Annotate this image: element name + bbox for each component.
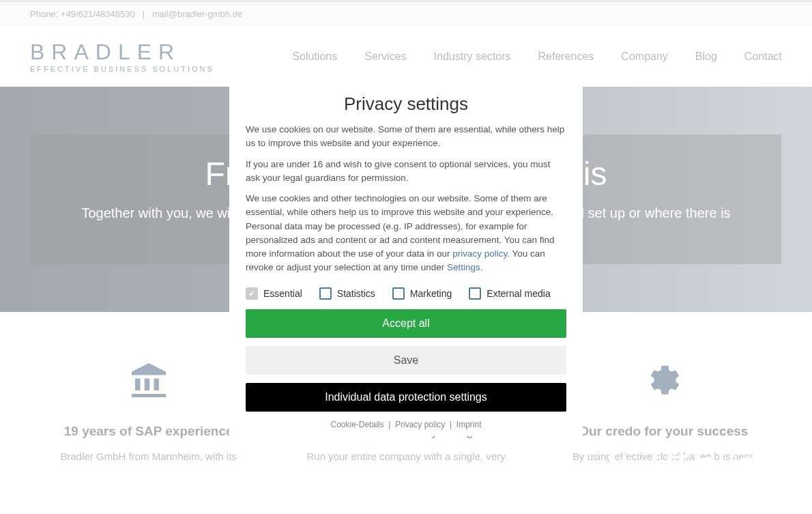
individual-settings-button[interactable]: Individual data protection settings: [246, 383, 566, 412]
modal-footer-links: Cookie-Details | Privacy policy | Imprin…: [239, 420, 573, 429]
modal-overlay: Privacy settings We use cookies on our w…: [0, 0, 812, 514]
checkbox-external[interactable]: [469, 287, 481, 300]
modal-text-2: If you are under 16 and wish to give con…: [239, 158, 573, 186]
check-external[interactable]: External media: [469, 287, 550, 300]
check-marketing[interactable]: Marketing: [392, 287, 452, 300]
checkbox-label: Essential: [263, 288, 302, 299]
checkbox-label: External media: [487, 288, 550, 299]
modal-title: Privacy settings: [239, 94, 573, 115]
cookie-details-link[interactable]: Cookie-Details: [330, 420, 383, 429]
accept-all-button[interactable]: Accept all: [246, 309, 566, 338]
checkbox-label: Marketing: [410, 288, 452, 299]
privacy-policy-link[interactable]: privacy policy: [452, 248, 507, 259]
checkbox-row: Essential Statistics Marketing External …: [239, 282, 573, 309]
privacy-modal: Privacy settings We use cookies on our w…: [229, 80, 583, 436]
modal-text-3: We use cookies and other technologies on…: [239, 192, 573, 275]
settings-link[interactable]: Settings: [447, 262, 480, 272]
checkbox-essential: [246, 287, 258, 300]
checkbox-statistics[interactable]: [319, 287, 332, 300]
save-button[interactable]: Save: [246, 346, 566, 375]
checkbox-marketing[interactable]: [392, 287, 405, 300]
checkbox-label: Statistics: [337, 288, 375, 299]
privacy-policy-footer-link[interactable]: Privacy policy: [395, 420, 445, 429]
check-essential: Essential: [246, 287, 302, 300]
modal-text-1: We use cookies on our website. Some of t…: [239, 123, 573, 151]
check-statistics[interactable]: Statistics: [319, 287, 375, 300]
imprint-link[interactable]: Imprint: [456, 420, 482, 429]
